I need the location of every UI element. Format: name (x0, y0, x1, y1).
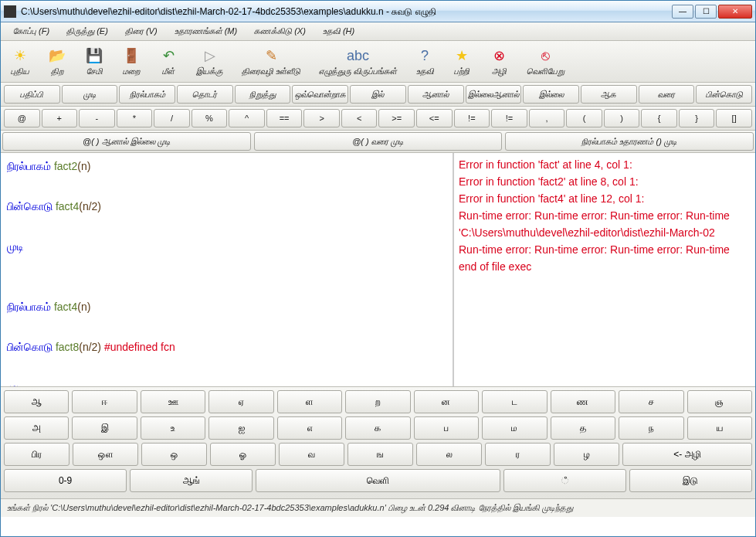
operator-btn-14[interactable]: , (529, 109, 565, 127)
toolbar-exit[interactable]: 🚪மறை (117, 44, 146, 79)
operator-btn-4[interactable]: / (154, 109, 190, 127)
toolbar-clear[interactable]: ⊗அழி (484, 44, 514, 79)
key-kr4-1[interactable]: ஆங் (130, 469, 253, 492)
menu-edit[interactable]: திருத்து (E) (59, 25, 116, 38)
key-kr2-10[interactable]: ய (687, 416, 752, 440)
operator-btn-18[interactable]: } (679, 109, 715, 127)
operator-btn-17[interactable]: { (641, 109, 677, 127)
key-kr1-10[interactable]: ஞ (687, 390, 752, 413)
tamil-keyboard: ஆஈஊஏளறனடணசஞ அஇஉஐஎகபமதநய பிரஔஒஓவஙலரழ<- அழ… (1, 386, 755, 498)
toolbar-run[interactable]: ▷இயக்கு (191, 44, 229, 79)
key-kr2-5[interactable]: க (345, 416, 410, 440)
key-kr3-0[interactable]: பிர (4, 443, 69, 466)
toolbar-help[interactable]: ?உதவி (410, 44, 439, 79)
keyword-btn-12[interactable]: பின்கொடு (696, 85, 752, 104)
menu-help[interactable]: உதவி (H) (315, 25, 362, 38)
key-kr1-4[interactable]: ள (277, 390, 342, 413)
operator-btn-10[interactable]: >= (378, 109, 415, 127)
minimize-button[interactable]: — (672, 5, 693, 19)
maximize-button[interactable]: ☐ (695, 5, 717, 19)
key-kr4-0[interactable]: 0-9 (4, 469, 127, 492)
operator-btn-19[interactable]: [] (716, 109, 752, 127)
keyword-btn-2[interactable]: நிரல்பாகம் (119, 85, 175, 104)
toolbar-undo[interactable]: ↶மீள் (154, 44, 183, 79)
key-kr3-4[interactable]: வ (279, 443, 344, 466)
key-kr2-4[interactable]: எ (277, 416, 342, 440)
keyword-btn-10[interactable]: ஆக (581, 85, 637, 104)
template-while[interactable]: @( ) வரை முடி (254, 132, 503, 151)
toolbar-save[interactable]: 💾சேமி (80, 44, 109, 79)
key-kr1-5[interactable]: ற (345, 390, 410, 413)
main-split: நிரல்பாகம் fact2(n) பின்கொடு fact4(n/2) … (1, 153, 755, 386)
operator-btn-0[interactable]: @ (4, 109, 40, 127)
key-kr4-2[interactable]: வெளி (256, 469, 500, 492)
key-kr3-8[interactable]: ழ (554, 443, 619, 466)
keyword-btn-11[interactable]: வரை (639, 85, 695, 104)
key-kr3-1[interactable]: ஔ (73, 443, 138, 466)
key-kr4-3[interactable]: ஂ (503, 469, 626, 492)
operator-btn-6[interactable]: ^ (229, 109, 265, 127)
keyword-btn-6[interactable]: இல் (350, 85, 406, 104)
keyword-btn-8[interactable]: இல்லைஆனால் (466, 85, 522, 104)
template-if[interactable]: @( ) ஆனால் இல்லை முடி (2, 132, 251, 151)
key-kr1-9[interactable]: ச (619, 390, 683, 413)
operator-btn-3[interactable]: * (117, 109, 153, 127)
keyword-btn-0[interactable]: பதிப்பி (4, 85, 60, 104)
toolbar-new[interactable]: ☀புதிய (5, 44, 35, 79)
exit-icon: 🚪 (122, 46, 141, 65)
key-kr2-1[interactable]: இ (72, 416, 137, 440)
keyword-btn-3[interactable]: தொடர் (177, 85, 233, 104)
key-kr1-0[interactable]: ஆ (4, 390, 69, 413)
toolbar-open[interactable]: 📂திற (42, 44, 72, 79)
key-kr3-2[interactable]: ஒ (141, 443, 207, 466)
key-kr2-9[interactable]: ந (619, 416, 683, 440)
operator-btn-13[interactable]: != (491, 109, 527, 127)
operator-btn-11[interactable]: <= (416, 109, 453, 127)
output-line: Error in function 'fact' at line 4, col … (459, 156, 751, 173)
key-kr3-5[interactable]: ங (347, 443, 413, 466)
key-kr2-3[interactable]: ஐ (208, 416, 273, 440)
key-kr2-0[interactable]: அ (4, 416, 69, 440)
toolbar-debug[interactable]: ✎திரைவழி உள்ளீடு (236, 44, 306, 79)
menu-calc[interactable]: கணக்கிடு (X) (246, 25, 314, 38)
menu-view[interactable]: திரை (V) (117, 25, 165, 38)
key-kr2-2[interactable]: உ (141, 416, 205, 440)
key-kr3-7[interactable]: ர (485, 443, 551, 466)
key-kr2-6[interactable]: ப (414, 416, 479, 440)
key-kr4-4[interactable]: இடு (629, 469, 752, 492)
operator-btn-15[interactable]: ( (566, 109, 602, 127)
key-kr1-2[interactable]: ஊ (141, 390, 205, 413)
code-editor[interactable]: நிரல்பாகம் fact2(n) பின்கொடு fact4(n/2) … (1, 153, 454, 386)
key-kr3-6[interactable]: ல (416, 443, 482, 466)
template-function[interactable]: நிரல்பாகம் உதாரணம் () முடி (505, 132, 754, 151)
key-kr3-9[interactable]: <- அழி (622, 443, 752, 466)
menu-examples[interactable]: உதாரணங்கள் (M) (167, 25, 246, 38)
key-kr1-8[interactable]: ண (551, 390, 615, 413)
keyword-btn-5[interactable]: ஒவ்வொன்றாக (292, 85, 348, 104)
key-kr1-3[interactable]: ஏ (208, 390, 273, 413)
key-kr2-8[interactable]: த (551, 416, 615, 440)
key-kr1-6[interactable]: ன (414, 390, 479, 413)
keyword-btn-4[interactable]: நிறுத்து (235, 85, 291, 104)
operator-btn-5[interactable]: % (192, 109, 228, 127)
operator-btn-7[interactable]: == (266, 109, 303, 127)
key-kr2-7[interactable]: ம (482, 416, 547, 440)
prefs-icon: abc (349, 46, 368, 65)
operator-btn-16[interactable]: ) (604, 109, 640, 127)
menu-file[interactable]: கோப்பு (F) (5, 25, 57, 38)
key-kr1-7[interactable]: ட (482, 390, 547, 413)
toolbar-prefs[interactable]: abcஎழுத்துரு விருப்பங்கள் (314, 44, 402, 79)
operator-btn-8[interactable]: > (303, 109, 340, 127)
keyword-btn-9[interactable]: இல்லை (523, 85, 579, 104)
operator-btn-12[interactable]: != (454, 109, 490, 127)
keyword-btn-7[interactable]: ஆனால் (408, 85, 464, 104)
operator-btn-1[interactable]: + (42, 109, 78, 127)
operator-btn-2[interactable]: - (79, 109, 115, 127)
key-kr1-1[interactable]: ஈ (72, 390, 137, 413)
toolbar-about[interactable]: ★பற்றி (447, 44, 476, 79)
keyword-btn-1[interactable]: முடி (62, 85, 118, 104)
toolbar-quit[interactable]: ⎋வெளியேறு (521, 44, 570, 79)
operator-btn-9[interactable]: < (341, 109, 378, 127)
key-kr3-3[interactable]: ஓ (210, 443, 276, 466)
close-button[interactable]: ✕ (718, 5, 752, 19)
